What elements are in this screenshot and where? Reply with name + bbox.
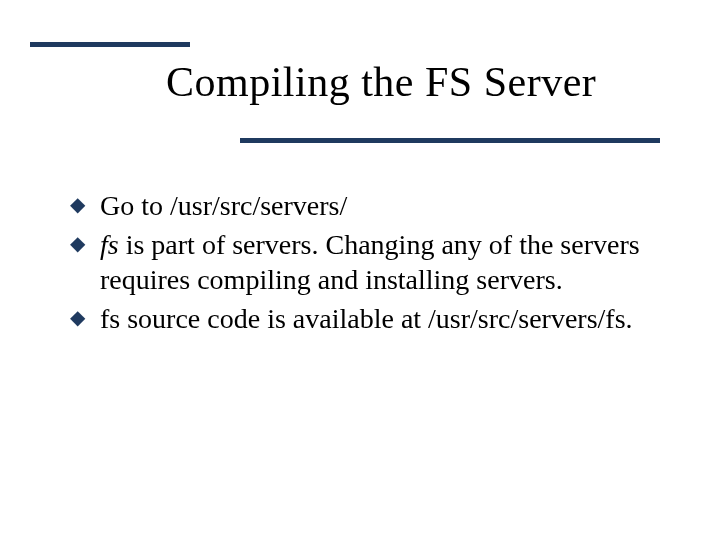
- bullet-text: fs source code is available at /usr/src/…: [100, 303, 633, 334]
- italic-term: fs: [100, 229, 119, 260]
- diamond-bullet-icon: ◆: [70, 307, 85, 327]
- bullet-text-rest: is part of servers. Changing any of the …: [100, 229, 640, 295]
- slide-body: ◆ Go to /usr/src/servers/ ◆ fs is part o…: [70, 188, 660, 340]
- diamond-bullet-icon: ◆: [70, 194, 85, 214]
- decorative-rule-bottom: [240, 138, 660, 143]
- diamond-bullet-icon: ◆: [70, 233, 85, 253]
- bullet-item: ◆ fs source code is available at /usr/sr…: [70, 301, 660, 336]
- slide: Compiling the FS Server ◆ Go to /usr/src…: [0, 0, 720, 540]
- bullet-item: ◆ Go to /usr/src/servers/: [70, 188, 660, 223]
- bullet-text: fs is part of servers. Changing any of t…: [100, 229, 640, 295]
- bullet-item: ◆ fs is part of servers. Changing any of…: [70, 227, 660, 297]
- slide-title: Compiling the FS Server: [166, 58, 596, 106]
- decorative-rule-top: [30, 42, 190, 47]
- bullet-text: Go to /usr/src/servers/: [100, 190, 347, 221]
